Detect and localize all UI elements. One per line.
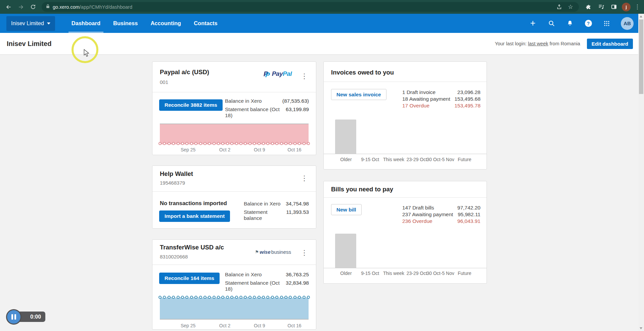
balance-label: Statement balance: [244, 209, 286, 218]
paypal-logo: PP PayPal: [264, 70, 292, 78]
chevron-down-icon: [47, 22, 50, 25]
lock-icon: [46, 4, 50, 10]
row-value: 97,742.20: [457, 205, 480, 211]
reconcile-button[interactable]: Reconcile 3882 items: [159, 99, 223, 111]
data-points: [158, 142, 310, 145]
paypal-balance-chart: Sep 25 Oct 2 Oct 9 Oct 16: [160, 124, 309, 155]
browser-menu-icon[interactable]: ⋮: [634, 3, 641, 10]
org-switcher[interactable]: Inisev Limited: [6, 16, 55, 31]
invoices-owed-card: Invoices owed to you New sales invoice 1…: [323, 61, 487, 170]
main-tabs: Dashboard Business Accounting Contacts: [65, 14, 224, 33]
share-icon[interactable]: [555, 4, 563, 10]
account-title: TransferWise USD a/c: [160, 244, 224, 251]
row-value: 153,495.68: [454, 96, 480, 103]
tab-business[interactable]: Business: [107, 14, 144, 33]
browser-reload-icon[interactable]: [28, 2, 38, 12]
account-card-paypal: Paypal a/c (USD) 001 PP PayPal ⋮ Reconci…: [152, 61, 316, 155]
scroll-down-icon[interactable]: [640, 327, 642, 329]
invoice-summary-rows: 1 Draft invoice23,096.28 18 Awaiting pay…: [402, 89, 480, 109]
row-label[interactable]: 1 Draft invoice: [402, 89, 435, 96]
invoices-due-bar-chart: [324, 118, 487, 154]
browser-toolbar: go.xero.com/app/!CMhYd/dashboard ☆ j ⋮: [0, 0, 644, 14]
no-transactions-status: No transactions imported: [160, 200, 227, 206]
side-panel-icon[interactable]: [609, 2, 618, 12]
balance-rows: Balance in Xero(87,535.63) Statement bal…: [225, 98, 309, 115]
tab-dashboard[interactable]: Dashboard: [65, 14, 107, 33]
recording-timer: 0:00: [6, 309, 53, 326]
browser-back-icon[interactable]: [3, 2, 14, 12]
row-label[interactable]: 18 Awaiting payment: [402, 96, 450, 103]
app-navbar: Inisev Limited Dashboard Business Accoun…: [0, 14, 638, 33]
row-value: 23,096.28: [457, 89, 480, 96]
account-number: 001: [160, 79, 168, 85]
new-bill-button[interactable]: New bill: [331, 204, 362, 215]
url-text: go.xero.com/app/!CMhYd/dashboard: [53, 4, 132, 10]
row-label[interactable]: 237 Awaiting payment: [402, 211, 453, 218]
extensions-puzzle-icon[interactable]: [584, 2, 593, 12]
last-login-text: Your last login: last week from Romania: [495, 41, 580, 46]
last-login-link[interactable]: last week: [528, 41, 548, 46]
url-bar[interactable]: go.xero.com/app/!CMhYd/dashboard ☆: [42, 2, 579, 12]
tab-accounting[interactable]: Accounting: [144, 14, 187, 33]
balance-value: (87,535.63): [282, 98, 309, 106]
row-label[interactable]: 17 Overdue: [402, 103, 429, 109]
page-header: Inisev Limited Your last login: last wee…: [0, 33, 638, 55]
scrollbar-thumb[interactable]: [639, 19, 643, 94]
apps-grid-icon[interactable]: [602, 19, 611, 28]
card-menu-kebab-icon[interactable]: ⋮: [301, 175, 308, 182]
edit-dashboard-button[interactable]: Edit dashboard: [587, 39, 633, 49]
reconcile-button[interactable]: Reconcile 164 items: [159, 273, 220, 284]
media-controls-icon[interactable]: [596, 2, 606, 12]
card-title: Invoices owed to you: [331, 69, 394, 76]
balance-rows: Balance in Xero34,754.98 Statement balan…: [244, 201, 309, 218]
bills-to-pay-card: Bills you need to pay New bill 147 Draft…: [323, 181, 487, 284]
wise-business-logo: ⚑ wise business: [255, 249, 291, 255]
transferwise-balance-chart: Sep 25 Oct 2 Oct 9 Oct 16: [160, 296, 309, 331]
data-points: [158, 296, 310, 299]
quick-add-icon[interactable]: +: [528, 19, 537, 28]
help-icon[interactable]: ?: [584, 19, 593, 28]
pause-icon: [11, 314, 13, 320]
row-value: 153,495.78: [454, 103, 480, 109]
balance-label: Statement balance (Oct 18): [225, 280, 286, 288]
account-title: Paypal a/c (USD): [160, 68, 209, 76]
area-fill: [160, 124, 309, 144]
bills-due-bar-chart: [324, 232, 487, 268]
bookmark-star-icon[interactable]: ☆: [566, 3, 575, 10]
browser-profile-avatar[interactable]: j: [622, 3, 631, 11]
account-number: 195468379: [160, 180, 185, 186]
row-label[interactable]: 147 Draft bills: [402, 205, 434, 211]
pause-button[interactable]: [6, 309, 21, 325]
wise-flag-icon: ⚑: [255, 249, 259, 254]
balance-value: 34,754.98: [286, 201, 309, 209]
browser-forward-icon[interactable]: [15, 2, 26, 12]
balance-value: 63,199.89: [286, 106, 309, 115]
card-menu-kebab-icon[interactable]: ⋮: [301, 73, 308, 80]
balance-label: Balance in Xero: [225, 272, 262, 280]
balance-value: 36,763.25: [286, 272, 309, 280]
bill-summary-rows: 147 Draft bills97,742.20 237 Awaiting pa…: [402, 205, 480, 225]
paypal-pp-icon: PP: [264, 70, 271, 78]
account-number: 8310020668: [160, 254, 188, 259]
area-fill: [160, 298, 309, 320]
notifications-bell-icon[interactable]: [565, 19, 574, 28]
balance-value: 11,393.53: [286, 209, 309, 218]
user-avatar[interactable]: AB: [621, 17, 634, 30]
row-label[interactable]: 236 Overdue: [402, 218, 432, 225]
new-sales-invoice-button[interactable]: New sales invoice: [331, 89, 386, 100]
balance-label: Balance in Xero: [244, 201, 280, 209]
import-statement-button[interactable]: Import a bank statement: [159, 210, 230, 222]
page-scrollbar[interactable]: [638, 14, 644, 331]
row-value: 96,043.91: [457, 218, 480, 225]
account-card-transferwise: TransferWise USD a/c 8310020668 ⚑ wise b…: [152, 239, 316, 330]
search-icon[interactable]: [547, 19, 556, 28]
older-bar: [335, 120, 356, 154]
pause-icon: [14, 314, 16, 320]
balance-rows: Balance in Xero36,763.25 Statement balan…: [225, 272, 309, 288]
card-menu-kebab-icon[interactable]: ⋮: [301, 249, 308, 256]
tab-contacts[interactable]: Contacts: [187, 14, 224, 33]
page-title: Inisev Limited: [7, 40, 51, 48]
balance-label: Statement balance (Oct 18): [225, 106, 286, 115]
scroll-up-icon[interactable]: [640, 15, 642, 17]
account-card-help-wallet: Help Wallet 195468379 ⋮ No transactions …: [152, 166, 316, 229]
